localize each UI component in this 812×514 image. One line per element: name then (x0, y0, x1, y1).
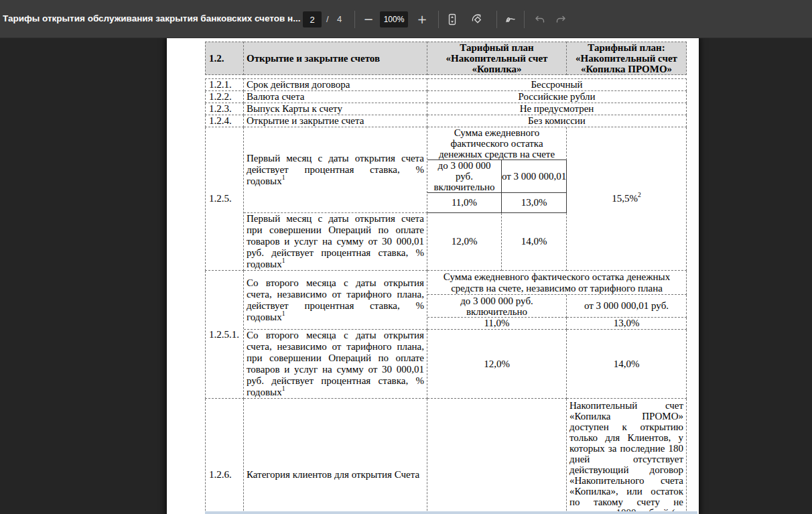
zoom-in-button[interactable]: + (411, 9, 433, 30)
header-plan-kopilka: Тарифный план «Накопительный счет «Копил… (427, 42, 567, 75)
cell-description: Первый месяц с даты открытия счета при с… (244, 213, 427, 271)
table-header-row: 1.2. Открытие и закрытие счетов Тарифный… (205, 42, 687, 75)
pdf-canvas[interactable]: 1.2. Открытие и закрытие счетов Тарифный… (0, 38, 812, 514)
rotate-icon (470, 13, 484, 26)
page-total-count: 4 (337, 14, 342, 24)
table-row-1251: 1.2.5.1. Со второго месяца с даты открыт… (205, 271, 687, 295)
cell-rate: 11,0% (427, 193, 502, 213)
cell-promo-rate: 15,5%2 (567, 127, 687, 271)
cell-rate: 13,0% (567, 318, 687, 330)
header-plan-kopilka-promo: Тарифный план: «Накопительный счет «Копи… (567, 42, 687, 75)
table-row: 1.2.4. Открытие и закрытие счета Без ком… (205, 115, 687, 127)
table-row: 1.2.1. Срок действия договора Бессрочный (205, 78, 687, 91)
toolbar-divider (438, 11, 439, 28)
table-row-126: 1.2.6. Категория клиентов для открытия С… (205, 399, 687, 514)
zoom-level: 100% (380, 11, 408, 27)
undo-button[interactable] (529, 9, 550, 30)
cell-value: Российские рубли (427, 91, 687, 103)
footnote-ref: 1 (282, 174, 285, 181)
fit-to-page-button[interactable] (442, 9, 463, 30)
cell-range: до 3 000 000 руб. включительно (427, 295, 567, 318)
tariff-table: 1.2. Открытие и закрытие счетов Тарифный… (205, 42, 687, 514)
cell-range: от 3 000 000,01 руб. (567, 295, 687, 318)
footnote-ref: 1 (282, 310, 285, 317)
redo-icon (555, 13, 568, 26)
cell-balance-header: Сумма ежедневного фактического остатка д… (427, 127, 567, 160)
table-row: 1.2.2. Валюта счета Российские рубли (205, 91, 687, 103)
cell-number: 1.2.2. (205, 91, 244, 103)
header-section-number: 1.2. (205, 42, 244, 75)
fit-to-page-icon (446, 13, 459, 26)
cell-rate: 13,0% (502, 193, 567, 213)
cell-label: Открытие и закрытие счета (244, 115, 427, 127)
cell-rate: 14,0% (567, 330, 687, 399)
table-row-125: 1.2.5. Первый месяц с даты открытия счет… (205, 127, 687, 160)
cell-balance-header: Сумма ежедневного фактического остатка д… (427, 271, 687, 295)
cell-label: Срок действия договора (244, 78, 427, 91)
cell-number: 1.2.4. (205, 115, 244, 127)
pdf-toolbar: Тарифы открытия обслуживания закрытия ба… (0, 0, 812, 38)
zoom-out-button[interactable]: − (358, 9, 379, 30)
footnote-ref: 1 (282, 257, 285, 264)
cell-label: Валюта счета (244, 91, 427, 103)
cell-label: Выпуск Карты к счету (244, 103, 427, 115)
draw-button[interactable] (500, 9, 521, 30)
cell-label: Категория клиентов для открытия Счета (244, 399, 427, 514)
cell-rate: 11,0% (427, 318, 567, 330)
cell-plan1-empty (427, 399, 567, 514)
cell-plan2-conditions: Накопительный счет «Копилка ПРОМО» досту… (567, 399, 687, 514)
document-title: Тарифы открытия обслуживания закрытия ба… (3, 13, 301, 23)
undo-icon (533, 13, 546, 26)
toolbar-divider (496, 11, 497, 28)
cell-rate: 12,0% (427, 330, 567, 399)
next-row-highlight (205, 511, 697, 514)
cell-range: до 3 000 000 руб. включительно (427, 160, 502, 193)
header-section-title: Открытие и закрытие счетов (244, 42, 427, 75)
pdf-page: 1.2. Открытие и закрытие счетов Тарифный… (167, 38, 699, 514)
rotate-button[interactable] (466, 9, 488, 30)
cell-number: 1.2.1. (205, 78, 244, 91)
cell-value: Не предусмотрен (427, 103, 687, 115)
footnote-ref: 1 (282, 385, 285, 392)
table-row: 1.2.3. Выпуск Карты к счету Не предусмот… (205, 103, 687, 115)
plus-icon: + (417, 13, 427, 25)
draw-ink-icon (504, 13, 517, 26)
cell-description: Первый месяц с даты открытия счета дейст… (244, 127, 427, 213)
footnote-ref: 2 (638, 192, 641, 198)
redo-button[interactable] (551, 9, 572, 30)
cell-number: 1.2.5.1. (205, 271, 244, 399)
cell-description: Со второго месяца с даты открытия счета,… (244, 330, 427, 399)
cell-number: 1.2.6. (205, 399, 244, 514)
cell-rate: 14,0% (502, 213, 567, 271)
cell-number: 1.2.3. (205, 103, 244, 115)
cell-rate: 12,0% (427, 213, 502, 271)
cell-value: Бессрочный (427, 78, 687, 91)
page-separator: / (326, 14, 329, 24)
minus-icon: − (363, 13, 373, 25)
toolbar-divider (354, 11, 355, 28)
cell-description: Со второго месяца с даты открытия счета,… (244, 271, 427, 330)
cell-value: Без комиссии (427, 115, 687, 127)
page-number-input[interactable] (303, 11, 322, 27)
cell-range: от 3 000 000,01 (502, 160, 567, 193)
cell-number: 1.2.5. (205, 127, 244, 271)
table-row-1251-operations: Со второго месяца с даты открытия счета,… (205, 330, 687, 399)
toolbar-divider (524, 11, 525, 28)
